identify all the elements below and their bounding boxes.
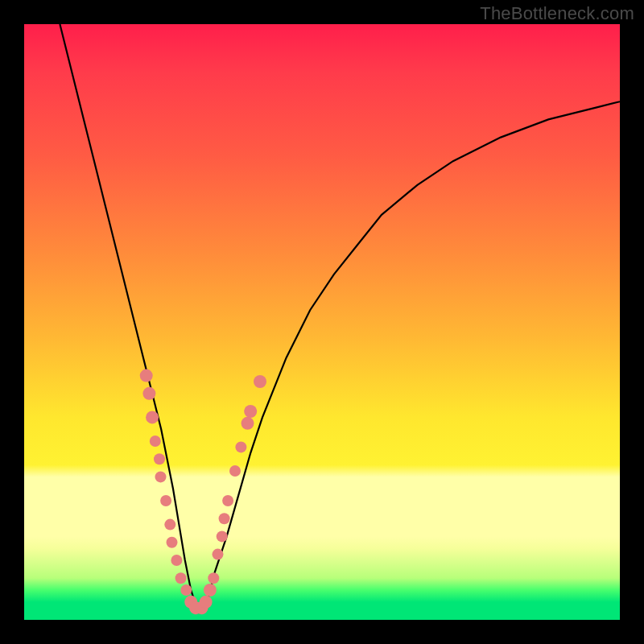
plot-area (24, 24, 620, 620)
sample-dot (171, 555, 182, 566)
sample-dot (222, 495, 233, 506)
sample-dot (155, 471, 167, 482)
sample-dot (150, 436, 161, 447)
sample-dot (175, 572, 187, 584)
sample-dot (204, 584, 217, 597)
sample-dot (213, 549, 224, 560)
chart-frame: TheBottleneck.com (0, 0, 644, 644)
sample-dot (167, 537, 178, 548)
watermark-text: TheBottleneck.com (480, 3, 634, 24)
bottleneck-curve (60, 24, 620, 608)
sample-dot (242, 417, 254, 430)
sample-dot (154, 453, 165, 464)
sample-dot (180, 584, 192, 596)
sample-dot (164, 519, 175, 530)
sample-dot (219, 513, 230, 524)
sample-dot (146, 411, 159, 423)
sample-dot (244, 405, 257, 418)
sample-dot (160, 495, 171, 506)
sample-dot (235, 441, 246, 452)
bottleneck-svg (24, 24, 620, 620)
sample-dot (208, 572, 219, 584)
sample-dot (142, 387, 155, 400)
sample-points (140, 369, 266, 615)
sample-dot (229, 465, 241, 477)
sample-dot (254, 375, 266, 388)
sample-dot (140, 369, 153, 382)
sample-dot (200, 596, 213, 609)
sample-dot (217, 530, 228, 542)
